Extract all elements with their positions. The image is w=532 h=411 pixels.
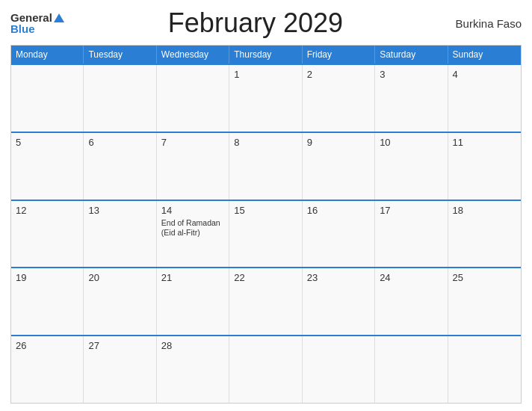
day-number: 14: [161, 205, 224, 216]
week-row-2: 567891011: [11, 132, 521, 200]
day-number: 15: [234, 205, 297, 216]
day-number: 4: [453, 69, 516, 80]
day-cell: 21: [157, 268, 229, 335]
day-cell: 14End of Ramadan (Eid al-Fitr): [157, 201, 229, 268]
day-number: 2: [307, 69, 370, 80]
day-cell: 4: [448, 65, 521, 132]
day-cell: 17: [375, 201, 448, 268]
day-number: 12: [16, 205, 78, 216]
day-number: 13: [88, 205, 151, 216]
week-row-5: 262728: [11, 335, 521, 403]
day-cell: [11, 65, 84, 132]
day-number: 20: [88, 272, 151, 283]
day-number: 22: [234, 272, 297, 283]
day-header-thursday: Thursday: [229, 46, 302, 64]
logo-general-text: General: [10, 12, 52, 23]
day-cell: 10: [375, 133, 448, 200]
day-number: 19: [16, 272, 78, 283]
day-number: 27: [88, 340, 151, 351]
day-cell: 20: [84, 268, 156, 335]
day-cell: 24: [375, 268, 448, 335]
day-header-tuesday: Tuesday: [84, 46, 156, 64]
day-cell: 19: [11, 268, 84, 335]
day-number: 16: [307, 205, 370, 216]
day-header-saturday: Saturday: [375, 46, 448, 64]
day-cell: 28: [157, 336, 229, 403]
week-row-3: 121314End of Ramadan (Eid al-Fitr)151617…: [11, 200, 521, 268]
day-cell: 27: [84, 336, 156, 403]
day-cell: [448, 336, 521, 403]
day-number: 10: [380, 137, 442, 148]
day-number: 7: [161, 137, 224, 148]
day-number: 9: [307, 137, 370, 148]
day-cell: 2: [303, 65, 375, 132]
day-number: 3: [380, 69, 442, 80]
day-number: 25: [453, 272, 516, 283]
day-cell: 16: [303, 201, 375, 268]
day-header-sunday: Sunday: [448, 46, 521, 64]
calendar-header: General Blue February 2029 Burkina Faso: [10, 7, 522, 39]
day-cell: 26: [11, 336, 84, 403]
calendar-container: General Blue February 2029 Burkina Faso …: [0, 0, 532, 411]
day-header-monday: Monday: [11, 46, 84, 64]
calendar-grid: MondayTuesdayWednesdayThursdayFridaySatu…: [10, 45, 522, 404]
country-label: Burkina Faso: [447, 17, 522, 30]
day-cell: 15: [229, 201, 302, 268]
day-number: 23: [307, 272, 370, 283]
day-number: 17: [380, 205, 442, 216]
day-number: 6: [88, 137, 151, 148]
day-number: 21: [161, 272, 224, 283]
day-number: 1: [234, 69, 297, 80]
logo: General Blue: [10, 12, 64, 34]
day-cell: [229, 336, 302, 403]
day-number: 28: [161, 340, 224, 351]
day-number: 11: [453, 137, 516, 148]
day-cell: 8: [229, 133, 302, 200]
day-number: 18: [453, 205, 516, 216]
day-cell: 9: [303, 133, 375, 200]
week-row-4: 19202122232425: [11, 267, 521, 335]
day-number: 26: [16, 340, 78, 351]
day-cell: 5: [11, 133, 84, 200]
day-cell: 25: [448, 268, 521, 335]
day-headers-row: MondayTuesdayWednesdayThursdayFridaySatu…: [11, 46, 521, 64]
day-cell: 3: [375, 65, 448, 132]
day-cell: 12: [11, 201, 84, 268]
day-cell: [303, 336, 375, 403]
day-cell: 7: [157, 133, 229, 200]
day-cell: 13: [84, 201, 156, 268]
day-header-wednesday: Wednesday: [157, 46, 229, 64]
week-row-1: 1234: [11, 64, 521, 132]
day-number: 5: [16, 137, 78, 148]
day-cell: 6: [84, 133, 156, 200]
day-cell: [84, 65, 156, 132]
day-cell: 1: [229, 65, 302, 132]
day-event: End of Ramadan (Eid al-Fitr): [161, 218, 224, 238]
day-cell: [157, 65, 229, 132]
logo-blue-text: Blue: [10, 23, 35, 34]
day-number: 8: [234, 137, 297, 148]
day-number: 24: [380, 272, 442, 283]
calendar-title: February 2029: [168, 7, 343, 39]
day-cell: 11: [448, 133, 521, 200]
day-cell: [375, 336, 448, 403]
day-header-friday: Friday: [303, 46, 375, 64]
day-cell: 18: [448, 201, 521, 268]
logo-triangle-icon: [54, 13, 64, 22]
day-cell: 22: [229, 268, 302, 335]
weeks-container: 1234567891011121314End of Ramadan (Eid a…: [11, 64, 521, 403]
day-cell: 23: [303, 268, 375, 335]
